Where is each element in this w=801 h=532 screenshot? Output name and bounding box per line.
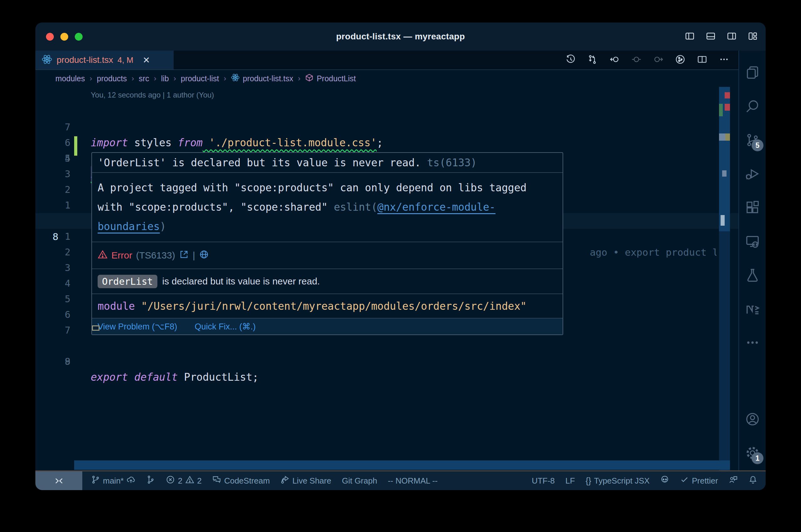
error-circle-icon: [166, 475, 175, 486]
sidebar-item-search[interactable]: [739, 90, 766, 124]
encoding-status[interactable]: UTF-8: [532, 476, 555, 486]
breadcrumb-file[interactable]: product-list.tsx: [231, 73, 293, 84]
token-punctuation: ;: [253, 371, 259, 383]
files-icon: [745, 65, 760, 81]
code-line[interactable]: 5 import { OrderList } from '@myreactapp…: [35, 135, 739, 151]
code-line[interactable]: 8 export default ProductList;: [35, 338, 739, 354]
git-graph-status[interactable]: Git Graph: [342, 476, 377, 486]
settings-button[interactable]: 1: [739, 437, 766, 471]
close-window-button[interactable]: [46, 33, 54, 41]
ts-error-code: ts(6133): [427, 157, 477, 169]
tab-problems-badge: 4, M: [117, 55, 133, 65]
extensions-icon: [745, 201, 760, 216]
breadcrumb-separator: ›: [174, 74, 176, 83]
sidebar-item-extensions[interactable]: [739, 191, 766, 225]
token-keyword: module: [98, 300, 135, 312]
view-problem-button[interactable]: View Problem (⌥F8): [98, 322, 177, 331]
problem-hover-tooltip: 'OrderList' is declared but its value is…: [91, 152, 563, 335]
accounts-button[interactable]: [739, 403, 766, 437]
globe-icon[interactable]: [199, 249, 209, 262]
check-icon: [680, 475, 689, 486]
codestream-status[interactable]: CodeStream: [212, 475, 270, 486]
tab-product-list[interactable]: product-list.tsx 4, M ✕: [35, 51, 174, 70]
line-number: 7: [35, 323, 70, 338]
react-file-icon: [42, 54, 52, 66]
codestream-label: CodeStream: [224, 476, 270, 486]
next-change-icon[interactable]: [653, 54, 663, 65]
remote-explorer-icon: [745, 234, 760, 250]
toggle-panel-icon[interactable]: [706, 31, 715, 42]
sidebar-item-explorer[interactable]: [739, 56, 766, 90]
remote-indicator[interactable]: [35, 471, 82, 490]
navigate-back-icon[interactable]: [609, 54, 620, 65]
more-actions-icon[interactable]: [719, 54, 729, 65]
react-file-icon: [231, 73, 240, 84]
severity-code: (TS6133): [136, 250, 175, 261]
code-editor[interactable]: You, 12 seconds ago | 1 author (You) 7 i…: [35, 87, 739, 471]
live-share-status[interactable]: Live Share: [280, 475, 331, 486]
vim-mode-label: -- NORMAL --: [388, 476, 437, 486]
tooltip-resize-grip[interactable]: [92, 325, 99, 331]
severity-label: Error: [111, 250, 132, 261]
sidebar-item-source-control[interactable]: 5: [739, 124, 766, 157]
feedback-person-icon: [729, 475, 738, 486]
copilot-status[interactable]: [660, 475, 669, 486]
minimize-window-button[interactable]: [60, 33, 68, 41]
breadcrumb-symbol[interactable]: ProductList: [305, 73, 356, 84]
source-control-badge: 5: [751, 139, 763, 151]
customize-layout-icon[interactable]: [748, 31, 758, 42]
previous-change-icon[interactable]: [632, 54, 641, 65]
zoom-window-button[interactable]: [75, 33, 83, 41]
vim-mode-status[interactable]: -- NORMAL --: [388, 476, 437, 486]
token-keyword: export: [91, 371, 128, 383]
braces-icon: {}: [585, 476, 591, 486]
notifications-bell[interactable]: [748, 475, 758, 486]
line-number: 1: [35, 229, 70, 244]
line-number: 5: [35, 291, 70, 307]
language-status[interactable]: {}TypeScript JSX: [585, 476, 650, 486]
code-line[interactable]: 6: [35, 119, 739, 135]
breadcrumb-item[interactable]: modules: [55, 74, 85, 83]
sidebar-item-nx-console[interactable]: [739, 292, 766, 326]
breadcrumb-item[interactable]: product-list: [181, 74, 219, 83]
codelens-blame[interactable]: You, 12 seconds ago | 1 author (You): [91, 91, 214, 99]
activity-bar: 5 1: [739, 51, 766, 471]
source-control-graph-icon[interactable]: [675, 54, 685, 65]
timeline-history-icon[interactable]: [566, 54, 576, 65]
sidebar-item-remote-explorer[interactable]: [739, 225, 766, 259]
eol-status[interactable]: LF: [565, 476, 575, 486]
external-link-icon[interactable]: [179, 249, 189, 262]
prettier-status[interactable]: Prettier: [680, 475, 718, 486]
code-line[interactable]: 9: [35, 354, 739, 369]
sidebar-item-testing[interactable]: [739, 259, 766, 292]
commit-graph-status[interactable]: [146, 475, 155, 486]
breadcrumb-item[interactable]: products: [97, 74, 127, 83]
added-overview-mark: [719, 104, 723, 116]
share-icon: [280, 475, 289, 486]
eol-label: LF: [565, 476, 575, 486]
compare-changes-icon[interactable]: [588, 54, 598, 65]
feedback-status[interactable]: [729, 475, 738, 486]
tab-close-icon[interactable]: ✕: [143, 55, 150, 65]
toggle-secondary-sidebar-icon[interactable]: [727, 31, 736, 42]
horizontal-scrollbar[interactable]: [74, 460, 730, 470]
nx-logo-icon: [745, 302, 760, 317]
commit-graph-icon: [146, 475, 155, 486]
toggle-primary-sidebar-icon[interactable]: [685, 31, 695, 42]
breadcrumb-item[interactable]: src: [139, 74, 149, 83]
line-number: 2: [35, 244, 70, 260]
breadcrumb-item[interactable]: lib: [161, 74, 169, 83]
branch-status[interactable]: main*: [91, 475, 135, 486]
git-branch-icon: [91, 475, 100, 486]
split-editor-icon[interactable]: [697, 54, 707, 65]
line-number: 3: [35, 260, 70, 276]
sidebar-item-run-debug[interactable]: [739, 157, 766, 191]
token-identifier: ProductList: [178, 371, 252, 383]
code-line[interactable]: 7 import styles from './product-list.mod…: [35, 104, 739, 119]
problems-status[interactable]: 2 2: [166, 475, 201, 486]
quick-fix-button[interactable]: Quick Fix... (⌘.): [195, 322, 256, 331]
vertical-scrollbar[interactable]: [719, 87, 730, 471]
line-number: 4: [35, 151, 70, 166]
warning-triangle-icon: [185, 475, 194, 486]
sidebar-item-more-views[interactable]: [739, 326, 766, 360]
